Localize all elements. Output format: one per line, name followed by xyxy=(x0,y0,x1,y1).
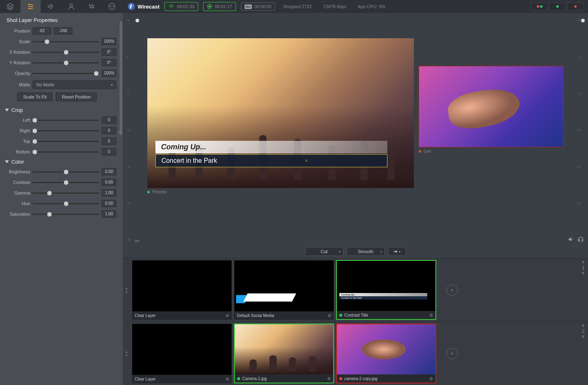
add-shot-button[interactable]: + xyxy=(446,284,458,296)
lower-third-title[interactable]: Coming Up... Concert in the Park✕ xyxy=(155,141,387,167)
tab-person-icon[interactable] xyxy=(61,0,81,13)
layer-number: 2 xyxy=(582,324,585,338)
add-shot-button[interactable]: + xyxy=(446,348,458,359)
tab-filters-icon[interactable] xyxy=(81,0,102,13)
matte-label: Matte xyxy=(5,82,30,87)
position-x-input[interactable]: -62 xyxy=(33,27,51,35)
gamma-value[interactable]: 1.00 xyxy=(102,189,116,197)
transition-cut-select[interactable]: Cut xyxy=(305,247,343,256)
svg-point-5 xyxy=(110,6,111,7)
shot-footer: Default Social Media⚙ xyxy=(234,311,334,319)
crop-top-value[interactable]: 0 xyxy=(102,138,116,145)
crop-section-header[interactable]: Crop xyxy=(5,107,116,113)
crop-bottom-slider[interactable] xyxy=(33,149,99,155)
layer-row: ▲▼ Clear Layer⚙ Camera-1.jpg⚙ camera-2 c… xyxy=(123,322,588,385)
properties-sidebar: « Shot Layer Properties Position -62 -24… xyxy=(0,13,123,385)
iso-status[interactable]: ISO 00:00:00 xyxy=(241,2,275,11)
crop-right-value[interactable]: 0 xyxy=(102,127,116,134)
shot-settings-icon[interactable]: ⚙ xyxy=(327,376,331,381)
xrotation-value[interactable]: 0° xyxy=(102,48,116,56)
tab-layers-icon[interactable] xyxy=(0,0,20,13)
shot-name: Camera-1.jpg xyxy=(242,376,267,381)
shot-name: Default Social Media xyxy=(237,313,274,318)
brightness-value[interactable]: 0.00 xyxy=(102,168,116,175)
crop-left-value[interactable]: 0 xyxy=(102,116,116,124)
shot-settings-icon[interactable]: ⚙ xyxy=(429,376,433,381)
top-toolbar: Wirecast 00:01:33 00:01:17 ISO 00:00:00 … xyxy=(0,0,588,13)
title-close-icon[interactable]: ✕ xyxy=(305,158,308,163)
layer-reorder-handle[interactable]: ▲▼ xyxy=(123,322,130,385)
shot-settings-icon[interactable]: ⚙ xyxy=(429,313,433,317)
tab-more-icon[interactable] xyxy=(102,0,122,13)
svg-point-3 xyxy=(70,4,73,7)
contrast-value[interactable]: 0.00 xyxy=(102,179,116,186)
live-label: Live xyxy=(419,147,564,155)
matte-select[interactable]: No Matte▾ xyxy=(33,80,116,89)
app-logo: Wirecast xyxy=(128,3,160,10)
preview-monitor[interactable]: Coming Up... Concert in the Park✕ xyxy=(147,38,414,188)
collapse-sidebar-icon[interactable]: « xyxy=(117,127,123,137)
dropped-frames: Dropped 2732 xyxy=(280,3,315,10)
contrast-slider[interactable] xyxy=(33,179,99,186)
gamma-slider[interactable] xyxy=(33,190,99,196)
crop-right-slider[interactable] xyxy=(33,127,99,134)
shot-thumbnail[interactable]: camera-2 copy.jpg⚙ xyxy=(336,324,436,383)
xrotation-slider[interactable] xyxy=(33,49,99,55)
layer-reorder-handle[interactable]: ▲▼ xyxy=(123,258,130,322)
svg-point-9 xyxy=(208,5,211,8)
shot-thumbnail[interactable]: Default Social Media⚙ xyxy=(234,260,334,320)
shot-thumbnail[interactable]: Clear Layer⚙ xyxy=(132,324,232,383)
title-body: Concert in the Park xyxy=(162,157,217,164)
transition-smooth-select[interactable]: Smooth xyxy=(347,247,385,256)
crop-left-slider[interactable] xyxy=(33,117,99,123)
tab-audio-icon[interactable] xyxy=(41,0,61,13)
shot-thumbnail[interactable]: Clear Layer⚙ xyxy=(132,260,232,320)
speaker-icon[interactable] xyxy=(568,236,574,243)
yrotation-slider[interactable] xyxy=(33,59,99,66)
opacity-slider[interactable] xyxy=(33,70,99,77)
position-label: Position xyxy=(5,28,30,33)
title-header: Coming Up... xyxy=(155,141,387,153)
reset-position-button[interactable]: Reset Position xyxy=(56,92,97,101)
saturation-value[interactable]: 1.00 xyxy=(102,210,116,218)
shot-settings-icon[interactable]: ⚙ xyxy=(225,377,229,381)
yrotation-label: Y Rotation xyxy=(5,60,30,65)
preview-vu-meter-left: +60-6-12-18-24-36 xyxy=(126,17,135,243)
shot-footer: Clear Layer⚙ xyxy=(132,375,232,383)
scale-to-fit-button[interactable]: Scale To Fit xyxy=(17,92,52,101)
hue-value[interactable]: 0.00 xyxy=(102,200,116,207)
shot-name: camera-2 copy.jpg xyxy=(344,376,378,381)
status-button-1[interactable] xyxy=(531,2,548,11)
xrotation-label: X Rotation xyxy=(5,50,30,55)
scale-value[interactable]: 100% xyxy=(102,38,116,45)
record-status[interactable]: 00:01:17 xyxy=(203,2,236,11)
crop-bottom-value[interactable]: 0 xyxy=(102,148,116,155)
position-y-input[interactable]: -240 xyxy=(54,27,72,35)
shot-thumbnail[interactable]: Camera-1.jpg⚙ xyxy=(234,324,334,383)
opacity-value[interactable]: 100% xyxy=(102,70,116,77)
status-button-2[interactable] xyxy=(549,2,566,11)
shot-footer: camera-2 copy.jpg⚙ xyxy=(337,374,435,383)
yrotation-value[interactable]: 0° xyxy=(102,59,116,66)
go-button[interactable]: ➔ ● xyxy=(388,247,406,256)
saturation-slider[interactable] xyxy=(33,211,99,217)
scale-slider[interactable] xyxy=(33,38,99,45)
layer-number: 1 xyxy=(582,261,585,274)
headphones-icon[interactable] xyxy=(577,236,584,243)
shot-settings-icon[interactable]: ⚙ xyxy=(328,313,331,318)
cpu-usage: App CPU: 5% xyxy=(354,3,389,10)
panel-title: Shot Layer Properties xyxy=(5,17,116,23)
brightness-slider[interactable] xyxy=(33,168,99,175)
layer-row: ▲▼ Clear Layer⚙ Default Social Media⚙Com… xyxy=(123,258,588,322)
stream-status[interactable]: 00:01:33 xyxy=(164,2,198,11)
live-monitor[interactable] xyxy=(419,66,564,147)
shot-thumbnail[interactable]: Coming Up...Concert in the Park Contrast… xyxy=(336,260,436,320)
color-section-header[interactable]: Color xyxy=(5,159,116,165)
crop-top-slider[interactable] xyxy=(33,138,99,144)
sidebar-scrollbar[interactable] xyxy=(120,21,122,135)
status-button-3[interactable] xyxy=(567,2,584,11)
shot-name: Clear Layer xyxy=(135,313,156,318)
shot-settings-icon[interactable]: ⚙ xyxy=(225,313,229,318)
hue-slider[interactable] xyxy=(33,200,99,207)
tab-properties-icon[interactable] xyxy=(20,0,41,13)
